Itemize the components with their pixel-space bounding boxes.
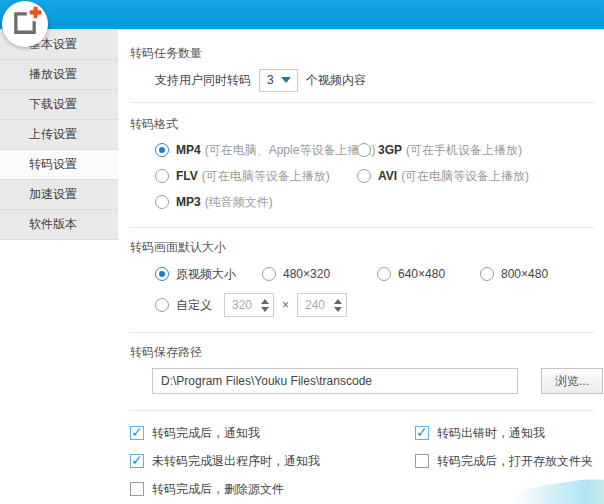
size-option-original[interactable]: 原视频大小 [155,266,262,283]
divider [130,410,595,411]
format-name: FLV [176,169,198,183]
format-desc: (可在电脑、Apple等设备上播放) [205,142,376,159]
radio-icon [155,267,169,281]
checkbox-icon [130,454,144,468]
task-count-dropdown[interactable]: 3 [259,69,298,92]
size-label: 480×320 [283,267,330,281]
radio-icon [357,169,371,183]
checkbox-label: 转码完成后，通知我 [152,425,260,442]
sidebar-item-acceleration[interactable]: 加速设置 [0,180,118,210]
size-label: 800×480 [501,267,548,281]
format-title: 转码格式 [130,115,604,133]
spinner-down-icon[interactable] [334,307,342,312]
path-title: 转码保存路径 [130,343,604,361]
radio-icon [155,195,169,209]
custom-height-stepper[interactable]: 240 [297,293,347,317]
size-separator: × [282,298,289,312]
custom-height-value: 240 [298,294,332,316]
spinner-down-icon[interactable] [261,307,269,312]
format-option-mp4[interactable]: MP4 (可在电脑、Apple等设备上播放) [155,142,357,159]
title-bar [0,0,604,30]
custom-width-value: 320 [225,294,259,316]
format-name: 3GP [378,143,402,157]
format-desc: (可在电脑等设备上播放) [202,168,330,185]
custom-width-stepper[interactable]: 320 [224,293,274,317]
checkbox-icon [130,426,144,440]
radio-icon [480,267,494,281]
add-screen-icon [3,2,47,46]
size-label: 原视频大小 [176,266,236,283]
chevron-down-icon [281,77,291,83]
size-label: 640×480 [398,267,445,281]
sidebar-item-playback[interactable]: 播放设置 [0,60,118,90]
checkbox-notify-complete[interactable]: 转码完成后，通知我 [130,425,415,442]
format-desc: (可在电脑等设备上播放) [401,168,529,185]
task-count-prefix-label: 支持用户同时转码 [155,72,251,89]
size-option-480x320[interactable]: 480×320 [262,267,377,281]
spinner-up-icon[interactable] [334,299,342,304]
task-count-value: 3 [267,73,274,87]
size-option-800x480[interactable]: 800×480 [480,267,548,281]
sidebar-item-upload[interactable]: 上传设置 [0,120,118,150]
format-desc: (纯音频文件) [205,194,273,211]
custom-size-label: 自定义 [176,297,212,314]
transcode-settings-panel: 转码任务数量 支持用户同时转码 3 个视频内容 转码格式 MP4 (可在电脑、A… [118,30,604,504]
divider [130,332,595,333]
divider [130,227,595,228]
divider [130,102,595,103]
checkbox-label: 转码出错时，通知我 [437,425,545,442]
settings-sidebar: 基本设置 播放设置 下载设置 上传设置 转码设置 加速设置 软件版本 [0,30,118,504]
radio-icon [377,267,391,281]
format-name: AVI [378,169,397,183]
checkbox-notify-exit-incomplete[interactable]: 未转码完成退出程序时，通知我 [130,453,415,470]
format-option-avi[interactable]: AVI (可在电脑等设备上播放) [357,168,604,185]
radio-icon [262,267,276,281]
checkbox-icon [130,482,144,496]
checkbox-label: 未转码完成退出程序时，通知我 [152,453,320,470]
size-option-custom[interactable]: 自定义 [155,297,212,314]
checkbox-open-folder[interactable]: 转码完成后，打开存放文件夹 [415,453,593,470]
browse-button[interactable]: 浏览... [541,368,603,394]
format-name: MP4 [176,143,201,157]
task-count-title: 转码任务数量 [130,44,604,62]
checkbox-icon [415,426,429,440]
sidebar-item-transcode[interactable]: 转码设置 [0,150,118,180]
spinner-up-icon[interactable] [261,299,269,304]
format-option-flv[interactable]: FLV (可在电脑等设备上播放) [155,168,357,185]
sidebar-item-version[interactable]: 软件版本 [0,210,118,240]
radio-icon [357,143,371,157]
task-count-suffix-label: 个视频内容 [306,72,366,89]
size-title: 转码画面默认大小 [130,238,604,256]
radio-icon [155,298,169,312]
checkbox-icon [415,454,429,468]
radio-icon [155,143,169,157]
format-option-mp3[interactable]: MP3 (纯音频文件) [155,194,357,211]
format-option-3gp[interactable]: 3GP (可在手机设备上播放) [357,142,604,159]
save-path-input[interactable] [152,368,518,394]
size-option-640x480[interactable]: 640×480 [377,267,480,281]
checkbox-delete-source[interactable]: 转码完成后，删除源文件 [130,481,415,498]
radio-icon [155,169,169,183]
checkbox-label: 转码完成后，删除源文件 [152,481,284,498]
checkbox-label: 转码完成后，打开存放文件夹 [437,453,593,470]
sidebar-item-download[interactable]: 下载设置 [0,90,118,120]
checkbox-notify-error[interactable]: 转码出错时，通知我 [415,425,545,442]
settings-window: 基本设置 播放设置 下载设置 上传设置 转码设置 加速设置 软件版本 转码任务数… [0,0,604,504]
format-name: MP3 [176,195,201,209]
app-logo [2,1,48,47]
format-desc: (可在手机设备上播放) [406,142,522,159]
